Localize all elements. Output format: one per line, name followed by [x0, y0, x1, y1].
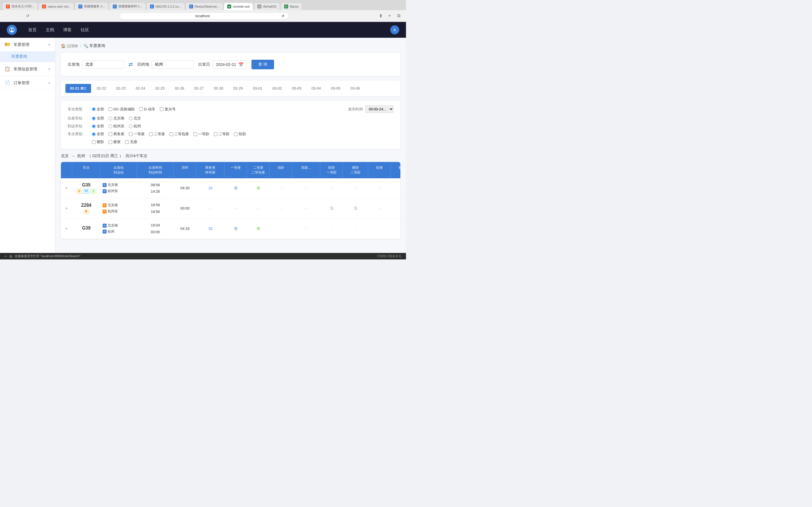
nav-docs[interactable]: 文档	[46, 26, 54, 34]
time-filter-select[interactable]: 00:00-24...	[365, 105, 394, 113]
date-picker[interactable]: 2024-02-21 📅	[212, 60, 247, 69]
soft-sleeper-cell[interactable]: --	[320, 223, 343, 234]
sidebar-order-header[interactable]: 📄 订单管理 ∨	[0, 76, 55, 90]
date-tab-d12[interactable]: 03-03	[287, 84, 306, 93]
biz-cell[interactable]: 10	[196, 182, 224, 193]
browser-tab-t2[interactable]: Cnacos user not...	[38, 3, 74, 10]
arrive-time: 03:00	[139, 229, 171, 235]
browser-tab-t1[interactable]: C浩水水儿-CSD...	[2, 2, 38, 10]
nav-home[interactable]: 首页	[28, 26, 37, 34]
filter-all-arr[interactable]: 全部	[92, 124, 104, 129]
expand-icon[interactable]: ⇐	[4, 255, 7, 258]
back-button[interactable]: ‹	[3, 12, 11, 20]
user-avatar[interactable]: A	[390, 25, 399, 34]
filter-edbz[interactable]: 二等包座	[169, 131, 189, 136]
filter-rw[interactable]: 软卧	[234, 131, 246, 136]
expand-btn[interactable]: +	[61, 223, 72, 235]
filter-all-dep[interactable]: 全部	[92, 116, 104, 121]
filter-erw[interactable]: 二等卧	[214, 131, 230, 136]
filter-bj[interactable]: 北京	[129, 116, 141, 121]
sidebar-item-ticket-query[interactable]: 车票查询	[0, 51, 55, 62]
second-class-cell[interactable]: 有	[247, 182, 269, 194]
browser-tab-t7[interactable]: ●console-vue	[223, 3, 253, 10]
date-tab-d11[interactable]: 03-02	[268, 84, 286, 93]
departure-input[interactable]	[82, 60, 124, 69]
svg-point-1	[11, 28, 13, 30]
second-class-cell[interactable]: 有	[247, 223, 269, 235]
expand-btn[interactable]: +	[61, 182, 72, 194]
date-tab-d3[interactable]: 02-23	[112, 84, 130, 93]
filter-bjn[interactable]: 北京南	[109, 116, 124, 121]
date-tab-d7[interactable]: 02-27	[190, 84, 208, 93]
filter-hzd[interactable]: 杭州东	[109, 124, 124, 129]
biz-cell[interactable]: --	[196, 203, 224, 214]
swap-icon[interactable]: ⇄	[129, 61, 133, 68]
hard-sleeper-cell[interactable]: --	[343, 182, 368, 193]
from-station-name: 北京南	[108, 223, 118, 229]
sidebar-common-header[interactable]: 📋 常用信息管理 ∨	[0, 62, 55, 76]
filter-all-seat[interactable]: 全部	[92, 131, 104, 136]
date-tab-d2[interactable]: 02-22	[92, 84, 110, 93]
soft-sleeper-cell[interactable]: --	[320, 182, 343, 193]
filter-gc[interactable]: GC-高铁城际	[109, 107, 135, 112]
breadcrumb-home[interactable]: 🏠 12306	[61, 44, 78, 48]
filter-hz[interactable]: 杭州	[129, 124, 141, 129]
soft-sleeper-cell[interactable]: 无	[320, 203, 343, 214]
new-tab-button[interactable]: +	[386, 12, 394, 20]
sidebar-section-common: 📋 常用信息管理 ∨	[0, 62, 55, 76]
train-rows: + G35 餐Wi充 站 北京南 站 杭州东 09:56 14:26 04:30…	[61, 178, 400, 239]
high-class-cell: --	[292, 182, 320, 193]
date-tab-d4[interactable]: 02-24	[131, 84, 149, 93]
filter-yw2[interactable]: 硬卧	[92, 139, 104, 145]
sidebar-ticket-header[interactable]: 🎫 车票管理 ∧	[0, 38, 55, 51]
date-tab-d1[interactable]: 02-21 周三	[65, 84, 91, 93]
date-tab-d14[interactable]: 03-05	[326, 84, 345, 93]
date-tab-d5[interactable]: 02-25	[151, 84, 169, 93]
windows-button[interactable]: ⧉	[395, 12, 403, 20]
from-station-icon: 站	[103, 224, 107, 228]
browser-tab-t6[interactable]: CResizeObserver...	[186, 3, 223, 10]
query-button[interactable]: 查 询	[252, 60, 274, 69]
date-tab-d15[interactable]: 03-06	[346, 84, 364, 93]
first-class-cell[interactable]: 有	[224, 182, 247, 194]
share-button[interactable]: ⬆	[377, 12, 385, 20]
train-type-options: 全部 GC-高铁城际 D-动车 复兴号	[92, 107, 175, 112]
date-tab-d8[interactable]: 02-28	[209, 84, 227, 93]
date-tab-d9[interactable]: 02-29	[229, 84, 247, 93]
filter-yz[interactable]: 硬座	[109, 139, 121, 145]
date-tab-d10[interactable]: 03-01	[248, 84, 267, 93]
nav-community[interactable]: 社区	[81, 26, 89, 34]
expand-btn[interactable]: +	[61, 203, 72, 214]
filter-all-traintype[interactable]: 全部	[92, 107, 104, 112]
second-class-cell[interactable]: --	[247, 203, 269, 214]
destination-input[interactable]	[151, 60, 194, 69]
nav-blog[interactable]: 博客	[63, 26, 71, 34]
forward-button[interactable]: ›	[13, 12, 21, 20]
browser-tab-t9[interactable]: NNacos	[281, 3, 302, 10]
first-class-cell[interactable]: 有	[224, 223, 247, 235]
browser-tab-t3[interactable]: C搭建微服务 n...	[75, 2, 108, 10]
filter-yw[interactable]: 一等卧	[193, 131, 209, 136]
browser-tab-t4[interactable]: C搭建微服务时 n...	[109, 2, 146, 10]
power-icon[interactable]: ⏻	[9, 255, 12, 258]
tab-favicon: C	[42, 4, 46, 8]
browser-tab-t8[interactable]: AAlchatOS	[254, 3, 280, 10]
filter-fxh[interactable]: 复兴号	[160, 107, 175, 112]
browser-tab-t5[interactable]: CNACOS 2.2.2 co...	[146, 3, 185, 10]
duration-cell: 04:18	[174, 223, 196, 234]
filter-yd[interactable]: 一等座	[129, 131, 145, 136]
th-soft-seat: 软座	[368, 162, 391, 178]
filter-ed[interactable]: 二等座	[149, 131, 165, 136]
filter-d[interactable]: D-动车	[139, 107, 155, 112]
hard-sleeper-cell[interactable]: 无	[343, 203, 368, 214]
reload-button[interactable]: ↺	[24, 12, 32, 20]
date-tab-d13[interactable]: 03-04	[307, 84, 325, 93]
first-class-cell[interactable]: --	[224, 203, 247, 214]
hard-sleeper-cell[interactable]: --	[343, 223, 368, 234]
moving-cell: --	[269, 203, 292, 214]
filter-wz[interactable]: 无座	[125, 139, 137, 145]
date-tab-d6[interactable]: 02-26	[170, 84, 189, 93]
address-bar[interactable]: localhost ↺	[119, 12, 289, 19]
biz-cell[interactable]: 10	[196, 223, 224, 234]
filter-sw[interactable]: 商务座	[109, 131, 124, 136]
